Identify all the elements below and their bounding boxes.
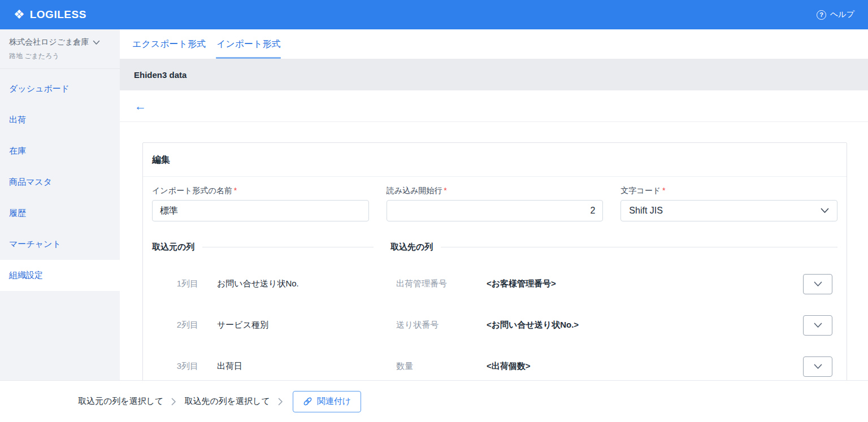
sidebar-item-org-settings[interactable]: 組織設定 xyxy=(0,260,120,291)
chevron-down-icon xyxy=(821,208,829,214)
divider xyxy=(441,247,837,247)
source-column-number: 2列目 xyxy=(152,320,198,330)
chevron-down-icon xyxy=(814,364,822,369)
field-char-code: 文字コード* Shift JIS xyxy=(620,186,837,221)
source-column-cell[interactable]: 1列目 お問い合せ送り状No. xyxy=(152,279,374,289)
section-bar: Ehiden3 data xyxy=(120,59,868,90)
tab-export-format[interactable]: エクスポート形式 xyxy=(132,29,206,59)
dest-field-label: 数量 xyxy=(396,361,487,372)
sidebar: 株式会社ロジごま倉庫 路地 ごまたろう ダッシュボード 出荷 在庫 商品マスタ … xyxy=(0,29,120,380)
sidebar-item-dashboard[interactable]: ダッシュボード xyxy=(0,73,120,105)
logiless-logo-text: LOGILESS xyxy=(30,8,86,21)
char-code-value: Shift JIS xyxy=(629,206,663,216)
tab-import-format[interactable]: インポート形式 xyxy=(216,29,281,59)
import-format-name-label: インポート形式の名前 xyxy=(152,186,232,195)
required-asterisk: * xyxy=(234,186,237,195)
main-area: エクスポート形式 インポート形式 Ehiden3 data ← 編集 インポート… xyxy=(120,29,868,380)
field-label: 文字コード* xyxy=(620,186,837,195)
help-link[interactable]: ? ヘルプ xyxy=(817,10,854,20)
divider xyxy=(202,247,374,247)
sidebar-item-shipments[interactable]: 出荷 xyxy=(0,105,120,136)
source-column-value: 出荷日 xyxy=(217,361,242,372)
link-icon xyxy=(303,397,313,406)
help-label: ヘルプ xyxy=(830,10,854,20)
chevron-down-icon xyxy=(814,323,822,328)
chevron-down-icon xyxy=(93,40,100,45)
import-format-name-input[interactable] xyxy=(152,200,369,221)
field-label: インポート形式の名前* xyxy=(152,186,369,195)
field-import-format-name: インポート形式の名前* xyxy=(152,186,369,221)
company-name: 株式会社ロジごま倉庫 xyxy=(9,37,89,47)
source-column-number: 3列目 xyxy=(152,361,198,372)
dest-dropdown-button[interactable] xyxy=(803,274,832,294)
back-arrow-icon[interactable]: ← xyxy=(134,100,146,112)
footer-action-bar: 取込元の列を選択して 取込先の列を選択して 関連付け xyxy=(0,380,868,422)
logiless-logo-icon: ❖ xyxy=(14,8,25,21)
step-select-dest: 取込先の列を選択して xyxy=(184,396,270,407)
associate-button[interactable]: 関連付け xyxy=(293,391,361,412)
mapping-row-2: 2列目 サービス種別 送り状番号 <お問い合せ送り状No.> xyxy=(152,304,837,346)
dest-field-label: 送り状番号 xyxy=(396,320,487,330)
form-row: インポート形式の名前* 読み込み開始行* 文字コード xyxy=(143,177,847,221)
associate-button-label: 関連付け xyxy=(317,396,351,407)
source-column-number: 1列目 xyxy=(152,279,198,289)
char-code-label: 文字コード xyxy=(620,186,661,195)
field-label: 読み込み開始行* xyxy=(387,186,604,195)
sidebar-item-inventory[interactable]: 在庫 xyxy=(0,136,120,167)
source-columns-header: 取込元の列 xyxy=(152,242,374,252)
company-switcher[interactable]: 株式会社ロジごま倉庫 xyxy=(9,37,111,47)
dest-field-value: <お問い合せ送り状No.> xyxy=(487,320,579,330)
start-row-input[interactable] xyxy=(387,200,604,221)
step-select-source: 取込元の列を選択して xyxy=(78,396,163,407)
dest-dropdown-button[interactable] xyxy=(803,356,832,377)
top-bar: ❖ LOGILESS ? ヘルプ xyxy=(0,0,868,29)
chevron-down-icon xyxy=(814,281,822,287)
logiless-logo[interactable]: ❖ LOGILESS xyxy=(14,8,86,21)
start-row-label: 読み込み開始行 xyxy=(387,186,442,195)
company-block: 株式会社ロジごま倉庫 路地 ごまたろう xyxy=(0,29,120,69)
chevron-right-icon xyxy=(171,398,176,406)
edit-card-title: 編集 xyxy=(143,143,847,177)
source-column-value: お問い合せ送り状No. xyxy=(217,279,299,289)
dest-columns-header: 取込先の列 xyxy=(390,242,837,252)
edit-card: 編集 インポート形式の名前* 読み込み開始行* xyxy=(142,142,847,380)
mapping-row-3: 3列目 出荷日 数量 <出荷個数> xyxy=(152,346,837,380)
sidebar-nav: ダッシュボード 出荷 在庫 商品マスタ 履歴 マーチャント 組織設定 xyxy=(0,69,120,291)
sidebar-item-history[interactable]: 履歴 xyxy=(0,198,120,229)
mapping-rows: 1列目 お問い合せ送り状No. 出荷管理番号 <お客様管理番号> xyxy=(143,263,847,380)
page-title: Ehiden3 data xyxy=(134,70,186,80)
dest-columns-title: 取込先の列 xyxy=(390,242,433,252)
columns-header-row: 取込元の列 取込先の列 xyxy=(143,221,847,252)
mapping-row-1: 1列目 お問い合せ送り状No. 出荷管理番号 <お客様管理番号> xyxy=(152,263,837,304)
dest-field-value: <出荷個数> xyxy=(487,361,531,372)
sidebar-item-product-master[interactable]: 商品マスタ xyxy=(0,167,120,198)
user-name: 路地 ごまたろう xyxy=(9,51,111,61)
source-columns-title: 取込元の列 xyxy=(152,242,194,252)
tab-bar: エクスポート形式 インポート形式 xyxy=(120,29,868,59)
dest-field-label: 出荷管理番号 xyxy=(396,279,487,289)
dest-column-cell: 数量 <出荷個数> xyxy=(390,356,837,377)
source-column-cell[interactable]: 3列目 出荷日 xyxy=(152,361,374,372)
dest-field-value: <お客様管理番号> xyxy=(487,279,556,289)
chevron-right-icon xyxy=(278,398,283,406)
sidebar-item-merchant[interactable]: マーチャント xyxy=(0,229,120,260)
required-asterisk: * xyxy=(662,186,665,195)
content-area: 編集 インポート形式の名前* 読み込み開始行* xyxy=(120,122,868,380)
dest-column-cell: 送り状番号 <お問い合せ送り状No.> xyxy=(390,315,837,336)
body-row: 株式会社ロジごま倉庫 路地 ごまたろう ダッシュボード 出荷 在庫 商品マスタ … xyxy=(0,29,868,380)
dest-column-cell: 出荷管理番号 <お客様管理番号> xyxy=(390,274,837,294)
source-column-cell[interactable]: 2列目 サービス種別 xyxy=(152,320,374,330)
field-start-row: 読み込み開始行* xyxy=(387,186,604,221)
required-asterisk: * xyxy=(444,186,446,195)
back-row: ← xyxy=(120,90,868,122)
dest-dropdown-button[interactable] xyxy=(803,315,832,336)
app-window: ❖ LOGILESS ? ヘルプ 株式会社ロジごま倉庫 路地 ごまたろう ダッシ… xyxy=(0,0,868,422)
help-icon: ? xyxy=(817,10,826,20)
source-column-value: サービス種別 xyxy=(217,320,268,330)
char-code-select[interactable]: Shift JIS xyxy=(620,200,837,221)
